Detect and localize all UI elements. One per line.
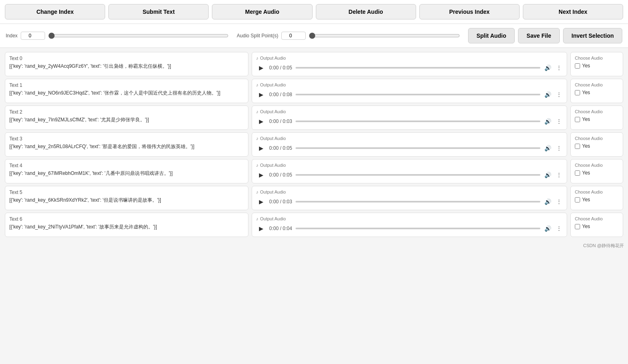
progress-bar-0[interactable] <box>296 67 540 69</box>
play-button-2[interactable]: ▶ <box>256 116 266 126</box>
output-audio-label-0: ♪ Output Audio <box>256 56 563 60</box>
choose-yes-label-0: Yes <box>582 63 590 69</box>
text-panel-3: Text 3 [{'key': 'rand_key_2n5RL08ALrCFQ'… <box>5 132 248 157</box>
more-button-0[interactable]: ⋮ <box>555 65 563 71</box>
index-slider[interactable] <box>48 32 229 39</box>
music-note-icon-1: ♪ <box>256 82 259 87</box>
table-row: Text 6 [{'key': 'rand_key_2NiTtyVA1PfaM'… <box>5 213 623 237</box>
progress-bar-3[interactable] <box>296 147 540 149</box>
text-label-3: Text 3 <box>9 136 244 142</box>
output-audio-label-6: ♪ Output Audio <box>256 216 563 221</box>
choose-checkbox-1[interactable] <box>575 90 580 95</box>
progress-bar-1[interactable] <box>296 94 540 95</box>
text-panel-0: Text 0 [{'key': 'rand_key_2yW4Acq9GFz6Y'… <box>5 52 248 76</box>
audio-panel-5: ♪ Output Audio ▶ 0:00 / 0:03 🔊 ⋮ <box>252 186 567 210</box>
index-label: Index <box>6 33 17 39</box>
change-index-button[interactable]: Change Index <box>5 4 105 19</box>
watermark: CSDN @静待梅花开 <box>0 241 628 250</box>
save-file-button[interactable]: Save File <box>518 28 560 43</box>
volume-button-6[interactable]: 🔊 <box>544 225 552 232</box>
choose-label-6: Choose Audio <box>575 216 619 221</box>
text-label-1: Text 1 <box>9 82 244 88</box>
split-control-group: Audio Split Point(s) <box>237 32 460 40</box>
choose-checkbox-2[interactable] <box>575 117 580 122</box>
table-row: Text 5 [{'key': 'rand_key_6KkSRn9XdYRk2'… <box>5 186 623 210</box>
audio-panel-4: ♪ Output Audio ▶ 0:00 / 0:05 🔊 ⋮ <box>252 159 567 183</box>
submit-text-button[interactable]: Submit Text <box>108 4 209 19</box>
choose-option-4: Yes <box>575 170 619 176</box>
choose-label-3: Choose Audio <box>575 136 619 141</box>
time-display-3: 0:00 / 0:05 <box>269 145 292 151</box>
play-button-0[interactable]: ▶ <box>256 63 266 73</box>
volume-button-2[interactable]: 🔊 <box>544 118 552 125</box>
more-button-3[interactable]: ⋮ <box>555 145 563 151</box>
choose-yes-label-3: Yes <box>582 143 590 149</box>
volume-button-3[interactable]: 🔊 <box>544 145 552 151</box>
table-row: Text 3 [{'key': 'rand_key_2n5RL08ALrCFQ'… <box>5 132 623 157</box>
choose-yes-label-1: Yes <box>582 90 590 95</box>
play-button-4[interactable]: ▶ <box>256 170 266 180</box>
main-content: Text 0 [{'key': 'rand_key_2yW4Acq9GFz6Y'… <box>0 48 628 241</box>
progress-bar-4[interactable] <box>296 174 540 176</box>
text-content-6: [{'key': 'rand_key_2NiTtyVA1PfaM', 'text… <box>9 224 244 230</box>
choose-checkbox-0[interactable] <box>575 63 580 69</box>
choose-option-5: Yes <box>575 197 619 202</box>
play-button-1[interactable]: ▶ <box>256 90 266 99</box>
choose-yes-label-6: Yes <box>582 224 590 229</box>
previous-index-button[interactable]: Previous Index <box>419 4 520 19</box>
invert-selection-button[interactable]: Invert Selection <box>563 28 622 43</box>
choose-label-0: Choose Audio <box>575 56 619 60</box>
text-label-2: Text 2 <box>9 109 244 115</box>
time-display-5: 0:00 / 0:03 <box>269 199 292 205</box>
text-label-4: Text 4 <box>9 163 244 168</box>
split-audio-button[interactable]: Split Audio <box>468 28 515 43</box>
audio-player-6: ▶ 0:00 / 0:04 🔊 ⋮ <box>256 224 563 233</box>
text-label-5: Text 5 <box>9 190 244 195</box>
more-button-1[interactable]: ⋮ <box>555 91 563 98</box>
choose-checkbox-6[interactable] <box>575 224 580 229</box>
time-display-2: 0:00 / 0:03 <box>269 118 292 124</box>
next-index-button[interactable]: Next Index <box>523 4 623 19</box>
audio-player-4: ▶ 0:00 / 0:05 🔊 ⋮ <box>256 170 563 180</box>
text-content-2: [{'key': 'rand_key_7In9ZMJLsCfMZ', 'text… <box>9 116 244 123</box>
choose-checkbox-4[interactable] <box>575 170 580 176</box>
output-audio-label-2: ♪ Output Audio <box>256 109 563 114</box>
choose-checkbox-3[interactable] <box>575 144 580 149</box>
progress-bar-2[interactable] <box>296 121 540 122</box>
choose-yes-label-2: Yes <box>582 116 590 122</box>
merge-audio-button[interactable]: Merge Audio <box>212 4 312 19</box>
more-button-6[interactable]: ⋮ <box>555 225 563 232</box>
progress-bar-6[interactable] <box>296 228 540 229</box>
choose-yes-label-4: Yes <box>582 170 590 176</box>
text-panel-4: Text 4 [{'key': 'rand_key_67IMRebhOmM1K'… <box>5 159 248 183</box>
output-audio-label-5: ♪ Output Audio <box>256 190 563 194</box>
progress-bar-5[interactable] <box>296 201 540 202</box>
play-button-5[interactable]: ▶ <box>256 197 266 207</box>
output-audio-label-1: ♪ Output Audio <box>256 82 563 87</box>
audio-panel-0: ♪ Output Audio ▶ 0:00 / 0:05 🔊 ⋮ <box>252 52 567 76</box>
audio-player-5: ▶ 0:00 / 0:03 🔊 ⋮ <box>256 197 563 207</box>
more-button-4[interactable]: ⋮ <box>555 172 563 178</box>
volume-button-4[interactable]: 🔊 <box>544 172 552 178</box>
more-button-2[interactable]: ⋮ <box>555 118 563 125</box>
text-label-0: Text 0 <box>9 56 244 61</box>
choose-panel-3: Choose Audio Yes <box>570 132 623 157</box>
choose-panel-5: Choose Audio Yes <box>570 186 623 210</box>
delete-audio-button[interactable]: Delete Audio <box>316 4 416 19</box>
play-button-6[interactable]: ▶ <box>256 224 266 233</box>
play-button-3[interactable]: ▶ <box>256 143 266 153</box>
volume-button-1[interactable]: 🔊 <box>544 91 552 98</box>
choose-panel-4: Choose Audio Yes <box>570 159 623 183</box>
music-note-icon-2: ♪ <box>256 109 259 114</box>
table-row: Text 1 [{'key': 'rand_key_NO6n9JEC3HqdZ'… <box>5 79 623 103</box>
choose-checkbox-5[interactable] <box>575 197 580 202</box>
split-slider[interactable] <box>309 32 460 39</box>
volume-button-5[interactable]: 🔊 <box>544 198 552 205</box>
split-input[interactable] <box>281 32 306 40</box>
choose-panel-2: Choose Audio Yes <box>570 106 623 130</box>
volume-button-0[interactable]: 🔊 <box>544 65 552 71</box>
text-content-0: [{'key': 'rand_key_2yW4Acq9GFz6Y', 'text… <box>9 63 244 70</box>
index-input[interactable] <box>21 32 45 40</box>
more-button-5[interactable]: ⋮ <box>555 198 563 205</box>
choose-option-1: Yes <box>575 90 619 95</box>
